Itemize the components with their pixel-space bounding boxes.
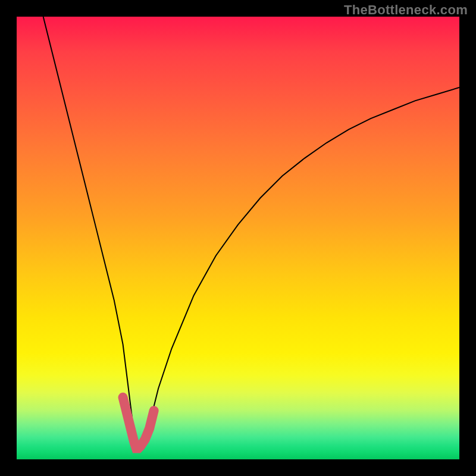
chart-frame: TheBottleneck.com: [0, 0, 476, 476]
plot-area: [17, 17, 459, 459]
bottleneck-minimum-highlight: [17, 17, 459, 459]
watermark-text: TheBottleneck.com: [344, 2, 468, 18]
